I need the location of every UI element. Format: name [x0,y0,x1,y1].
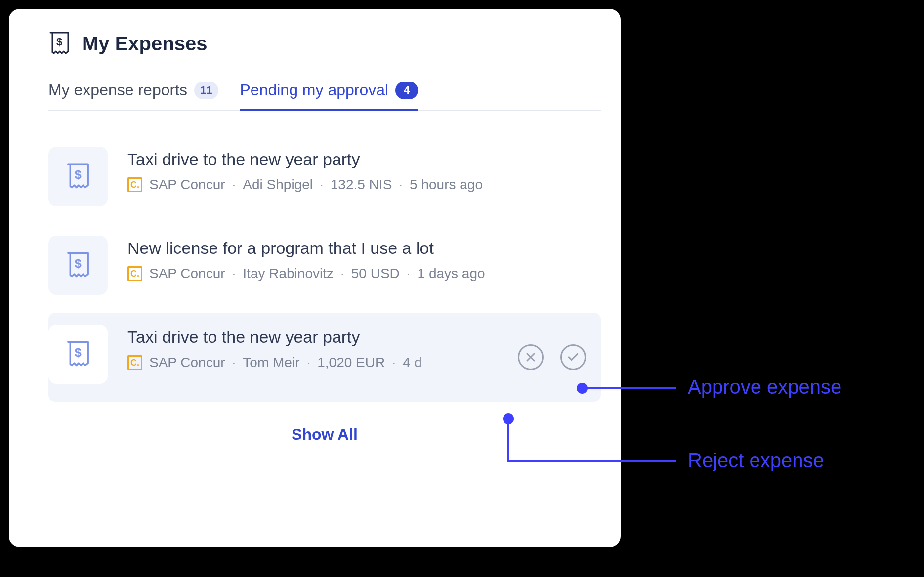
expense-title: Taxi drive to the new year party [127,150,601,169]
expenses-card: $ My Expenses My expense reports 11 Pend… [9,9,621,547]
annotation-line [507,460,676,462]
card-header: $ My Expenses [48,32,601,55]
receipt-tile: $ [48,147,108,206]
show-all-button[interactable]: Show All [48,425,601,444]
tab-pending-approval[interactable]: Pending my approval 4 [240,81,419,110]
separator-dot: · [392,355,396,371]
expense-person: Tom Meir [243,355,299,371]
expense-item-body: Taxi drive to the new year party C. SAP … [127,147,601,193]
svg-text:$: $ [56,36,62,48]
expense-item-body: New license for a program that I use a l… [127,236,601,282]
expense-age: 5 hours ago [410,177,483,193]
receipt-tile: $ [48,325,108,384]
expense-age: 1 days ago [418,266,485,282]
expense-meta: C. SAP Concur · Adi Shpigel · 132.5 NIS … [127,177,601,193]
separator-dot: · [407,266,411,282]
card-title: My Expenses [82,33,207,55]
expense-source: SAP Concur [149,177,225,193]
expense-person: Adi Shpigel [243,177,313,193]
expense-item[interactable]: $ Taxi drive to the new year party C. SA… [48,313,601,402]
expense-source: SAP Concur [149,355,225,371]
svg-text:$: $ [75,168,82,181]
receipt-icon: $ [66,341,90,368]
expense-actions [518,344,586,370]
annotation-line [582,387,676,389]
expense-item-body: Taxi drive to the new year party C. SAP … [127,325,581,371]
separator-dot: · [232,177,236,193]
separator-dot: · [306,355,310,371]
concur-icon: C. [127,177,142,192]
expense-amount: 132.5 NIS [331,177,392,193]
expense-source: SAP Concur [149,266,225,282]
receipt-icon: $ [66,163,90,190]
reject-button[interactable] [518,344,544,370]
approve-button[interactable] [560,344,586,370]
receipt-icon: $ [66,252,90,279]
receipt-icon: $ [48,32,70,55]
concur-icon: C. [127,355,142,370]
separator-dot: · [232,266,236,282]
separator-dot: · [340,266,344,282]
close-icon [525,351,537,363]
expense-amount: 50 USD [351,266,400,282]
expense-meta: C. SAP Concur · Tom Meir · 1,020 EUR · 4… [127,355,581,371]
receipt-tile: $ [48,236,108,295]
svg-text:$: $ [75,257,82,270]
tab-pending-approval-label: Pending my approval [240,81,389,99]
separator-dot: · [399,177,403,193]
expense-item[interactable]: $ New license for a program that I use a… [48,224,601,313]
tab-my-reports-count: 11 [194,82,218,99]
tab-my-reports[interactable]: My expense reports 11 [48,81,218,110]
expense-title: New license for a program that I use a l… [127,239,601,258]
expense-amount: 1,020 EUR [317,355,385,371]
check-icon [567,351,580,364]
expense-age: 4 d [403,355,422,371]
annotation-approve-label: Approve expense [688,376,841,398]
svg-text:$: $ [75,346,82,359]
expense-meta: C. SAP Concur · Itay Rabinovitz · 50 USD… [127,266,601,282]
tabs: My expense reports 11 Pending my approva… [48,81,601,111]
annotation-line [507,419,509,462]
separator-dot: · [320,177,324,193]
expense-title: Taxi drive to the new year party [127,328,581,347]
tab-my-reports-label: My expense reports [48,81,187,99]
tab-pending-approval-count: 4 [395,82,418,99]
expense-item[interactable]: $ Taxi drive to the new year party C. SA… [48,135,601,224]
expense-list: $ Taxi drive to the new year party C. SA… [48,135,601,402]
expense-person: Itay Rabinovitz [243,266,334,282]
annotation-reject-label: Reject expense [688,450,824,472]
concur-icon: C. [127,266,142,281]
separator-dot: · [232,355,236,371]
